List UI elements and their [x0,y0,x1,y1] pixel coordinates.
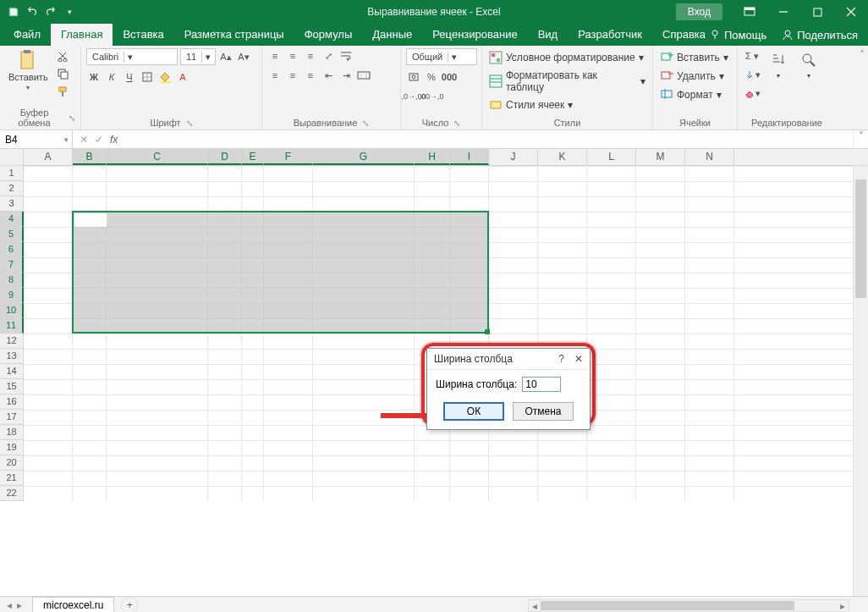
dialog-help-icon[interactable]: ? [558,353,564,365]
row-header-14[interactable]: 14 [0,364,24,379]
align-left-icon[interactable]: ≡ [267,68,283,83]
sheet-nav-prev-icon[interactable]: ◂ [7,599,12,611]
underline-button[interactable]: Ч [122,69,137,85]
tab-главная[interactable]: Главная [51,24,113,46]
ok-button[interactable]: ОК [443,402,504,421]
col-header-C[interactable]: C [107,149,208,165]
row-header-10[interactable]: 10 [0,303,24,318]
col-header-H[interactable]: H [415,149,450,165]
row-header-9[interactable]: 9 [0,288,24,303]
tab-формулы[interactable]: Формулы [294,24,363,46]
vertical-scrollbar[interactable] [853,166,868,596]
cell-styles-button[interactable]: Стили ячеек ▾ [487,97,647,113]
share-button[interactable]: Поделиться [778,29,861,41]
col-header-J[interactable]: J [489,149,538,165]
qat-customize-icon[interactable]: ▾ [63,5,76,19]
horizontal-scrollbar[interactable]: ◂▸ [528,599,849,612]
row-header-1[interactable]: 1 [0,166,24,181]
tab-вид[interactable]: Вид [528,24,569,46]
fill-icon[interactable]: ▾ [743,67,761,82]
sort-filter-button[interactable]: ▾ [765,48,792,81]
align-right-icon[interactable]: ≡ [303,68,318,83]
collapse-ribbon-icon[interactable]: ˄ [860,49,865,61]
row-header-4[interactable]: 4 [0,212,24,227]
insert-cells-button[interactable]: Вставить ▾ [658,50,732,65]
redo-icon[interactable] [44,5,58,19]
col-header-A[interactable]: A [24,149,73,165]
tab-рецензирование[interactable]: Рецензирование [422,24,527,46]
col-header-G[interactable]: G [313,149,415,165]
currency-icon[interactable] [406,69,421,85]
new-sheet-icon[interactable]: + [121,597,138,612]
font-color-icon[interactable]: A [175,69,190,85]
font-size-combo[interactable]: 11▾ [180,48,216,65]
col-header-D[interactable]: D [208,149,242,165]
save-icon[interactable] [7,5,20,19]
format-cells-button[interactable]: Формат ▾ [658,87,732,102]
maximize-button[interactable] [800,0,834,24]
sheet-nav-next-icon[interactable]: ▸ [17,599,22,611]
row-header-2[interactable]: 2 [0,181,24,196]
delete-cells-button[interactable]: Удалить ▾ [658,69,732,84]
row-header-21[interactable]: 21 [0,471,24,486]
select-all-corner[interactable] [0,149,24,165]
sheet-tab[interactable]: microexcel.ru [32,597,114,613]
row-header-8[interactable]: 8 [0,273,24,288]
row-header-12[interactable]: 12 [0,334,24,349]
col-header-M[interactable]: M [636,149,685,165]
clipboard-dialog-icon[interactable]: ⤡ [69,113,75,123]
row-header-11[interactable]: 11 [0,318,24,334]
clear-icon[interactable]: ▾ [743,85,761,101]
row-header-15[interactable]: 15 [0,379,24,394]
row-header-6[interactable]: 6 [0,242,24,257]
comma-icon[interactable]: 000 [442,69,457,85]
fx-icon[interactable]: fx [110,134,118,146]
borders-icon[interactable] [140,69,155,85]
cut-icon[interactable] [55,48,70,63]
wrap-text-icon[interactable] [338,48,354,63]
row-header-18[interactable]: 18 [0,425,24,440]
format-painter-icon[interactable] [55,84,70,99]
font-name-combo[interactable]: Calibri▾ [86,48,178,65]
row-header-3[interactable]: 3 [0,196,24,212]
col-header-B[interactable]: B [73,149,107,165]
row-header-19[interactable]: 19 [0,440,24,455]
expand-formula-icon[interactable]: ˅ [853,130,868,148]
col-header-N[interactable]: N [685,149,734,165]
increase-indent-icon[interactable]: ⇥ [338,68,354,83]
close-button[interactable] [834,0,868,24]
tab-вставка[interactable]: Вставка [113,24,173,46]
font-dialog-icon[interactable]: ⤡ [186,119,193,128]
formula-input[interactable] [124,130,853,148]
ribbon-options-icon[interactable] [733,0,766,24]
merge-icon[interactable] [356,68,371,83]
col-header-I[interactable]: I [450,149,489,165]
column-width-input[interactable] [522,377,561,392]
autosum-icon[interactable]: Σ ▾ [743,48,761,63]
row-header-16[interactable]: 16 [0,394,24,410]
increase-font-icon[interactable]: A▴ [218,49,233,64]
dialog-close-icon[interactable]: ✕ [574,353,583,365]
col-header-E[interactable]: E [242,149,264,165]
col-header-L[interactable]: L [587,149,636,165]
cancel-formula-icon[interactable]: ✕ [80,134,88,146]
align-top-icon[interactable]: ≡ [267,48,283,63]
orientation-icon[interactable]: ⤢ [321,48,336,63]
row-header-20[interactable]: 20 [0,455,24,471]
number-format-combo[interactable]: Общий▾ [406,48,477,65]
copy-icon[interactable] [55,66,70,81]
decrease-font-icon[interactable]: A▾ [236,49,251,64]
tab-разметка страницы[interactable]: Разметка страницы [174,24,294,46]
row-header-17[interactable]: 17 [0,410,24,425]
paste-button[interactable]: Вставить ▾ [5,48,52,93]
row-header-5[interactable]: 5 [0,227,24,242]
tell-me-icon[interactable]: Помощь [706,29,770,41]
italic-button[interactable]: К [104,69,119,85]
tab-данные[interactable]: Данные [362,24,422,46]
decrease-indent-icon[interactable]: ⇤ [321,68,336,83]
undo-icon[interactable] [25,5,39,19]
alignment-dialog-icon[interactable]: ⤡ [362,119,369,128]
fill-color-icon[interactable] [157,69,173,85]
name-box[interactable]: B4▾ [0,130,73,148]
accept-formula-icon[interactable]: ✓ [95,134,103,146]
